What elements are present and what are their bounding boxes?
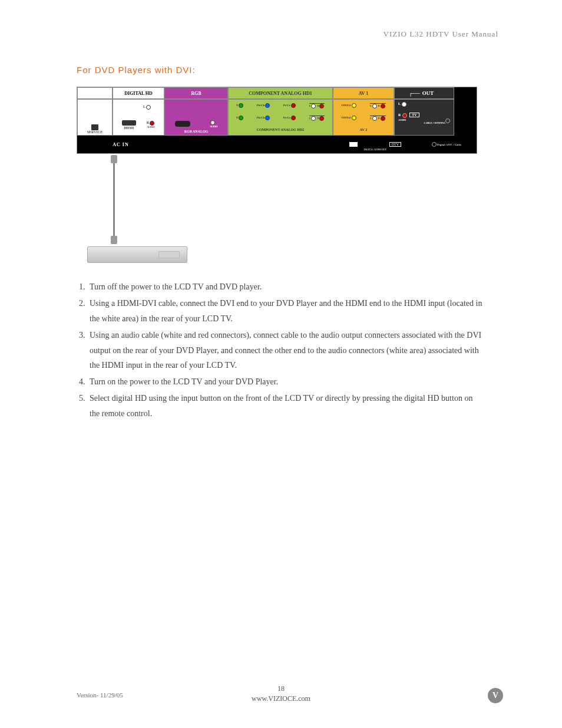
vizio-logo-icon: V (488, 688, 503, 703)
out-l-jack-icon (402, 102, 406, 107)
footer: 18 www.VIZIOCE.com (0, 684, 562, 703)
service-port-icon (91, 124, 98, 130)
main-content: For DVD Players with DVI: DIGITAL HD RGB… (77, 65, 483, 423)
out-port-area: L R TV AUDIO CABLE / ANTENNA (394, 99, 454, 136)
step-2: Using a HDMI-DVI cable, connect the DVI … (87, 296, 483, 327)
label-rgb: RGB (164, 87, 228, 99)
label-cable-antenna: CABLE / ANTENNA (398, 121, 450, 124)
hdmi-dvi-cable-icon (113, 160, 115, 239)
dtv-area: DTV DIGITAL AUDIO OUT (334, 136, 416, 153)
panel-header-row: DIGITAL HD RGB COMPONENT ANALOG HD1 AV 1… (77, 87, 477, 99)
label-service: SERVICE (87, 130, 103, 134)
label-audio: AUDIO (147, 126, 155, 129)
rgb-audio-jack-icon (210, 120, 215, 125)
hdmi-port-area: L HDMI R AUDIO (113, 99, 164, 136)
label-ac-in: AC IN (77, 136, 164, 153)
step-3: Using an audio cable (white and red conn… (87, 328, 483, 374)
page-header: VIZIO L32 HDTV User Manual (384, 29, 498, 39)
optical-port-icon (349, 142, 358, 147)
section-title: For DVD Players with DVI: (77, 65, 483, 75)
label-av1: AV 1 (333, 87, 394, 99)
label-digital-hd: DIGITAL HD (113, 87, 164, 99)
instruction-list: Turn off the power to the LCD TV and DVD… (77, 279, 483, 421)
rgb-port-area: AUDIO RGB ANALOG (164, 99, 228, 136)
label-component-hd2: COMPONENT ANALOG HD2 (229, 128, 332, 131)
hdmi-port-icon (122, 120, 136, 126)
coax-icon (445, 118, 450, 123)
label-dtv: DTV (389, 142, 401, 147)
av-port-area: VIDEO L R VIDEO L R AV 2 (333, 99, 394, 136)
label-hdmi: HDMI (122, 126, 136, 130)
page-number: 18 (0, 684, 562, 693)
vga-port-icon (175, 121, 190, 127)
label-tv: TV (409, 113, 419, 117)
step-5: Select digital HD using the input button… (87, 391, 483, 421)
out-r-jack-icon (402, 113, 407, 118)
step-1: Turn off the power to the LCD TV and DVD… (87, 279, 483, 295)
label-component-hd1: COMPONENT ANALOG HD1 (228, 87, 333, 99)
dvd-player-icon (87, 246, 187, 263)
label-av2: AV 2 (333, 128, 394, 131)
antenna-coax-icon (432, 142, 437, 147)
component-port-area: Y Pb/Cb Pr/Cr L R Y Pb/Cb Pr/Cr L R COMP… (228, 99, 333, 136)
footer-url: www.VIZIOCE.com (0, 694, 562, 703)
service-port-area: SERVICE (77, 99, 113, 136)
audio-l-jack-icon (146, 105, 151, 110)
rear-panel-diagram: DIGITAL HD RGB COMPONENT ANALOG HD1 AV 1… (77, 87, 477, 154)
panel-ports-row: SERVICE L HDMI R AUDIO (77, 99, 477, 136)
label-digital-ant: Digital ANT. / Cable (437, 143, 462, 146)
cable-dvd-illustration (105, 160, 483, 263)
antenna-area: Digital ANT. / Cable (416, 136, 477, 153)
label-rgb-analog: RGB ANALOG (184, 130, 209, 133)
audio-r-jack-icon (150, 121, 154, 126)
panel-bottom-row: AC IN DTV DIGITAL AUDIO OUT Digital ANT.… (77, 136, 477, 153)
step-4: Turn on the power to the LCD TV and your… (87, 374, 483, 390)
label-out: ┌──OUT (394, 87, 454, 99)
